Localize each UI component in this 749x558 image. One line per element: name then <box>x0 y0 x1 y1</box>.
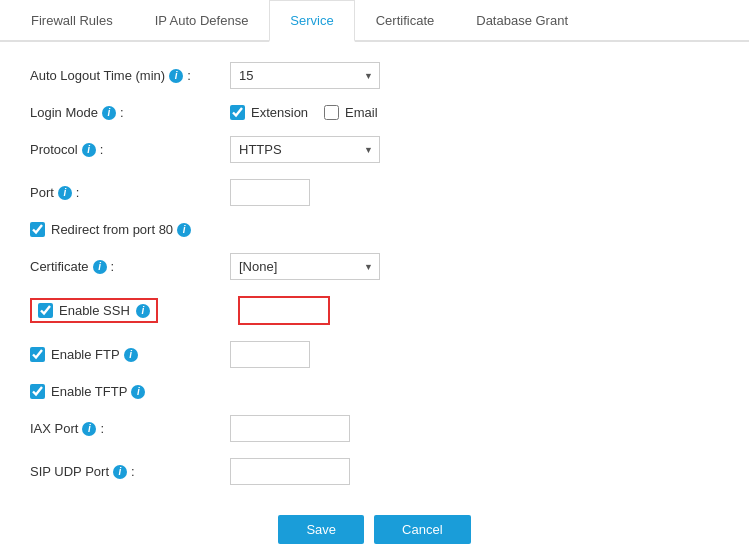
redirect-checkbox-label[interactable]: Redirect from port 80 <box>30 222 173 237</box>
auto-logout-label: Auto Logout Time (min) i: <box>30 68 230 83</box>
tab-bar: Firewall Rules IP Auto Defense Service C… <box>0 0 749 42</box>
email-checkbox-label[interactable]: Email <box>324 105 378 120</box>
certificate-row: Certificate i: [None] <box>30 253 719 280</box>
enable-tftp-label-wrapper: Enable TFTP i <box>30 384 230 399</box>
sip-udp-input[interactable]: 5060 <box>230 458 350 485</box>
tab-service[interactable]: Service <box>269 0 354 42</box>
iax-port-input[interactable]: 4569 <box>230 415 350 442</box>
redirect-info-icon[interactable]: i <box>177 223 191 237</box>
enable-ftp-label-wrapper: Enable FTP i <box>30 347 230 362</box>
redirect-row: Redirect from port 80 i <box>30 222 719 237</box>
login-mode-info-icon[interactable]: i <box>102 106 116 120</box>
redirect-checkbox[interactable] <box>30 222 45 237</box>
iax-port-label: IAX Port i: <box>30 421 230 436</box>
ssh-port-input[interactable]: 8022 <box>244 300 324 321</box>
email-checkbox[interactable] <box>324 105 339 120</box>
enable-ssh-label-wrapper: Enable SSH i <box>30 298 230 323</box>
email-label: Email <box>345 105 378 120</box>
ftp-port-input[interactable]: 21 <box>230 341 310 368</box>
port-label: Port i: <box>30 185 230 200</box>
ftp-port-control: 21 <box>230 341 310 368</box>
tab-ip-auto-defense[interactable]: IP Auto Defense <box>134 0 270 42</box>
enable-ssh-label: Enable SSH <box>59 303 130 318</box>
cancel-button[interactable]: Cancel <box>374 515 470 544</box>
protocol-control: HTTP HTTPS <box>230 136 380 163</box>
sip-udp-control: 5060 <box>230 458 350 485</box>
certificate-control: [None] <box>230 253 380 280</box>
login-mode-label: Login Mode i: <box>30 105 230 120</box>
login-mode-control: Extension Email <box>230 105 378 120</box>
certificate-info-icon[interactable]: i <box>93 260 107 274</box>
ssh-port-highlight: 8022 <box>238 296 330 325</box>
enable-ftp-checkbox-label[interactable]: Enable FTP <box>30 347 120 362</box>
sip-info-icon[interactable]: i <box>113 465 127 479</box>
sip-udp-label: SIP UDP Port i: <box>30 464 230 479</box>
enable-ssh-row: Enable SSH i 8022 <box>30 296 719 325</box>
enable-ftp-row: Enable FTP i 21 <box>30 341 719 368</box>
ssh-highlight-box: Enable SSH i <box>30 298 158 323</box>
port-row: Port i: 8088 <box>30 179 719 206</box>
auto-logout-control: 5 10 15 30 60 <box>230 62 380 89</box>
enable-tftp-checkbox[interactable] <box>30 384 45 399</box>
protocol-info-icon[interactable]: i <box>82 143 96 157</box>
enable-tftp-label: Enable TFTP <box>51 384 127 399</box>
certificate-select-wrapper: [None] <box>230 253 380 280</box>
port-control: 8088 <box>230 179 310 206</box>
enable-ftp-checkbox[interactable] <box>30 347 45 362</box>
port-info-icon[interactable]: i <box>58 186 72 200</box>
protocol-label: Protocol i: <box>30 142 230 157</box>
ssh-port-control: 8022 <box>238 296 330 325</box>
extension-checkbox-label[interactable]: Extension <box>230 105 308 120</box>
enable-ftp-label: Enable FTP <box>51 347 120 362</box>
iax-port-row: IAX Port i: 4569 <box>30 415 719 442</box>
enable-ssh-checkbox-label[interactable]: Enable SSH <box>38 303 130 318</box>
service-content: Auto Logout Time (min) i: 5 10 15 30 60 … <box>0 42 749 558</box>
login-mode-row: Login Mode i: Extension Email <box>30 105 719 120</box>
tftp-info-icon[interactable]: i <box>131 385 145 399</box>
iax-port-control: 4569 <box>230 415 350 442</box>
save-button[interactable]: Save <box>278 515 364 544</box>
iax-info-icon[interactable]: i <box>82 422 96 436</box>
ssh-info-icon[interactable]: i <box>136 304 150 318</box>
redirect-label: Redirect from port 80 <box>51 222 173 237</box>
certificate-label: Certificate i: <box>30 259 230 274</box>
tab-certificate[interactable]: Certificate <box>355 0 456 42</box>
auto-logout-info-icon[interactable]: i <box>169 69 183 83</box>
extension-label: Extension <box>251 105 308 120</box>
button-row: Save Cancel <box>30 515 719 544</box>
tab-firewall-rules[interactable]: Firewall Rules <box>10 0 134 42</box>
enable-ssh-checkbox[interactable] <box>38 303 53 318</box>
enable-tftp-checkbox-label[interactable]: Enable TFTP <box>30 384 127 399</box>
protocol-select[interactable]: HTTP HTTPS <box>230 136 380 163</box>
ftp-info-icon[interactable]: i <box>124 348 138 362</box>
protocol-row: Protocol i: HTTP HTTPS <box>30 136 719 163</box>
auto-logout-row: Auto Logout Time (min) i: 5 10 15 30 60 <box>30 62 719 89</box>
auto-logout-select-wrapper: 5 10 15 30 60 <box>230 62 380 89</box>
auto-logout-select[interactable]: 5 10 15 30 60 <box>230 62 380 89</box>
sip-udp-row: SIP UDP Port i: 5060 <box>30 458 719 485</box>
protocol-select-wrapper: HTTP HTTPS <box>230 136 380 163</box>
tab-database-grant[interactable]: Database Grant <box>455 0 589 42</box>
extension-checkbox[interactable] <box>230 105 245 120</box>
enable-tftp-row: Enable TFTP i <box>30 384 719 399</box>
certificate-select[interactable]: [None] <box>230 253 380 280</box>
port-input[interactable]: 8088 <box>230 179 310 206</box>
